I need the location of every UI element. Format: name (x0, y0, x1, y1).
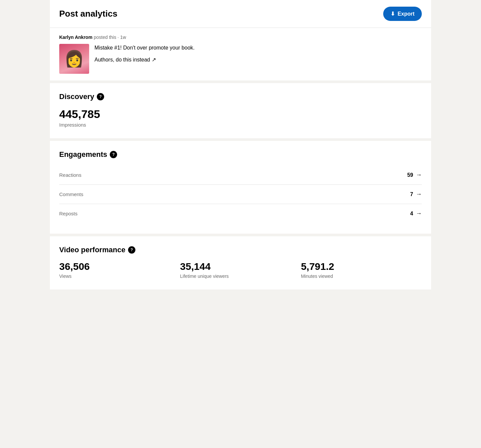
arrow-right-icon: → (416, 210, 422, 217)
discovery-help-icon[interactable]: ? (97, 93, 104, 100)
engagements-help-icon[interactable]: ? (110, 151, 117, 158)
video-metric: 5,791.2 Minutes viewed (301, 261, 422, 279)
video-performance-section: Video performance ? 36,506 Views 35,144 … (50, 236, 431, 289)
page-title: Post analytics (59, 9, 117, 19)
post-text: Mistake #1! Don't over promote your book… (94, 44, 422, 64)
header: Post analytics ⬇ Export (50, 0, 431, 28)
video-metric-label: Views (59, 274, 180, 279)
video-metric: 35,144 Lifetime unique viewers (180, 261, 301, 279)
download-icon: ⬇ (391, 11, 395, 17)
post-content: Mistake #1! Don't over promote your book… (59, 44, 422, 74)
engagements-title: Engagements (59, 150, 107, 159)
engagements-rows: Reactions 59 → Comments 7 → Reposts 4 → (59, 166, 422, 223)
discovery-section: Discovery ? 445,785 Impressions (50, 83, 431, 138)
discovery-title: Discovery (59, 92, 94, 101)
engagement-label: Comments (59, 191, 83, 197)
impressions-label: Impressions (59, 122, 422, 128)
video-metric: 36,506 Views (59, 261, 180, 279)
engagement-row[interactable]: Comments 7 → (59, 185, 422, 204)
engagements-section: Engagements ? Reactions 59 → Comments 7 … (50, 141, 431, 234)
engagement-row[interactable]: Reposts 4 → (59, 204, 422, 223)
video-metric-value: 5,791.2 (301, 261, 422, 272)
export-button[interactable]: ⬇ Export (383, 7, 422, 21)
impressions-value: 445,785 (59, 108, 422, 121)
engagement-label: Reposts (59, 211, 78, 216)
post-author-name: Karlyn Ankrom (59, 35, 92, 40)
engagement-value: 4 (410, 211, 413, 217)
video-metric-value: 36,506 (59, 261, 180, 272)
post-author-line: Karlyn Ankrom posted this · 1w (59, 35, 422, 40)
post-time: 1w (120, 35, 126, 40)
page-container: Post analytics ⬇ Export Karlyn Ankrom po… (50, 0, 431, 448)
post-preview-section: Karlyn Ankrom posted this · 1w Mistake #… (50, 28, 431, 80)
engagement-label: Reactions (59, 172, 81, 178)
video-performance-help-icon[interactable]: ? (128, 246, 135, 254)
video-performance-title: Video performance (59, 246, 125, 254)
engagement-value: 59 (407, 172, 413, 178)
video-metrics: 36,506 Views 35,144 Lifetime unique view… (59, 261, 422, 279)
arrow-right-icon: → (416, 171, 422, 178)
post-separator: · (117, 35, 120, 40)
post-thumbnail (59, 44, 89, 74)
engagement-row[interactable]: Reactions 59 → (59, 166, 422, 185)
engagement-value-container: 4 → (410, 210, 422, 217)
post-text-line-2: Authors, do this instead ↗ (94, 56, 422, 64)
post-action-text: posted this (94, 35, 116, 40)
engagement-value-container: 7 → (410, 191, 422, 198)
export-button-label: Export (398, 11, 414, 17)
post-text-line-1: Mistake #1! Don't over promote your book… (94, 44, 422, 52)
video-performance-header: Video performance ? (59, 246, 422, 254)
video-metric-label: Lifetime unique viewers (180, 274, 301, 279)
discovery-header: Discovery ? (59, 92, 422, 101)
arrow-right-icon: → (416, 191, 422, 198)
video-metric-label: Minutes viewed (301, 274, 422, 279)
engagement-value: 7 (410, 191, 413, 197)
video-metric-value: 35,144 (180, 261, 301, 272)
engagement-value-container: 59 → (407, 171, 422, 178)
engagements-header: Engagements ? (59, 150, 422, 159)
